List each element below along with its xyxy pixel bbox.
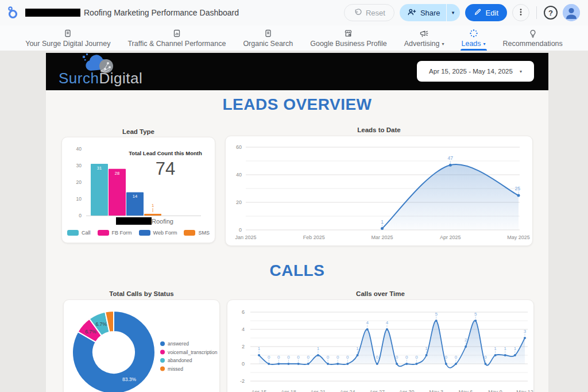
tab-label: Google Business Profile (310, 40, 386, 48)
svg-text:3: 3 (524, 329, 527, 334)
svg-text:May 2025: May 2025 (507, 235, 530, 240)
tab-google-business-profile[interactable]: Google Business Profile (309, 25, 388, 51)
leads-to-date-chart-card[interactable]: 0204060Jan 2025Feb 2025Mar 2025Apr 2025M… (225, 136, 533, 246)
tab-label: Traffic & Channel Performance (127, 40, 226, 48)
svg-text:1: 1 (258, 346, 261, 351)
svg-text:2: 2 (465, 337, 467, 343)
app-topbar: Roofing Marketing Performance Dashboard … (0, 0, 588, 25)
svg-text:1: 1 (425, 346, 428, 351)
date-range-control[interactable]: Apr 15, 2025 - May 14, 2025 ▾ (417, 61, 534, 82)
svg-text:Feb 2025: Feb 2025 (303, 235, 325, 240)
svg-text:answered: answered (168, 341, 189, 347)
report-canvas: SurchDigital Apr 15, 2025 - May 14, 2025… (46, 53, 548, 392)
lightbulb-icon (528, 28, 537, 38)
svg-text:May 9: May 9 (488, 389, 502, 392)
report-chart-icon (172, 28, 181, 38)
svg-text:5: 5 (435, 312, 438, 317)
report-header-band: SurchDigital Apr 15, 2025 - May 14, 2025… (46, 53, 548, 90)
tab-label: Advertising (404, 40, 440, 48)
vertical-dots-icon (516, 7, 525, 18)
surchdigital-logo: SurchDigital (54, 53, 169, 90)
callout-value: 74 (117, 159, 214, 179)
tab-advertising[interactable]: Advertising ▾ (403, 25, 446, 51)
svg-text:40: 40 (76, 146, 82, 152)
megaphone-icon (419, 28, 429, 38)
tab-recommendations[interactable]: Recommendations (502, 25, 564, 51)
lead-type-chart-card[interactable]: 0102030403128141 Total Lead Count this M… (61, 137, 215, 243)
svg-text:5: 5 (474, 312, 477, 317)
tab-organic-search[interactable]: Organic Search (242, 25, 294, 51)
svg-text:0: 0 (79, 213, 82, 218)
svg-text:-2: -2 (240, 378, 245, 384)
tab-leads[interactable]: Leads ▾ (461, 25, 487, 51)
edit-button[interactable]: Edit (465, 4, 507, 21)
more-options-button[interactable] (512, 4, 529, 21)
help-button[interactable]: ? (544, 6, 558, 20)
topbar-divider (536, 6, 537, 19)
svg-text:Jan 2025: Jan 2025 (235, 235, 256, 240)
svg-text:Apr 30: Apr 30 (399, 389, 415, 392)
user-avatar[interactable] (563, 4, 580, 21)
svg-text:0: 0 (327, 355, 330, 360)
report-title: Roofing Marketing Performance Dashboard (84, 8, 239, 17)
svg-text:voicemail_transcription: voicemail_transcription (168, 349, 218, 355)
svg-text:0: 0 (396, 355, 399, 360)
svg-text:6.7%: 6.7% (95, 321, 107, 327)
svg-text:30: 30 (76, 163, 82, 168)
svg-text:Apr 15: Apr 15 (252, 389, 267, 392)
callout-label: Total Lead Count this Month (117, 150, 214, 156)
svg-text:25: 25 (515, 186, 521, 191)
svg-text:6.7%: 6.7% (85, 329, 96, 335)
legend-item: FB Form (98, 230, 132, 236)
x-axis-category: Roofing (87, 217, 202, 225)
chevron-down-icon: ▾ (442, 41, 444, 47)
svg-text:0: 0 (242, 361, 245, 367)
tab-your-surge-digital-journey[interactable]: Your Surge Digital Journey (24, 25, 111, 51)
svg-text:0: 0 (336, 355, 339, 360)
svg-text:10: 10 (76, 196, 82, 202)
svg-text:0: 0 (287, 355, 290, 360)
svg-text:20: 20 (236, 199, 242, 205)
chart-title-leads-to-date: Leads to Date (225, 126, 533, 133)
svg-text:0: 0 (455, 355, 458, 360)
svg-text:Apr 21: Apr 21 (311, 389, 326, 392)
svg-text:0: 0 (405, 355, 408, 360)
calls-by-status-chart-card[interactable]: 83.3%6.7%6.7%answeredvoicemail_transcrip… (63, 299, 220, 392)
reset-label: Reset (366, 9, 385, 17)
undo-icon (353, 7, 362, 18)
x-axis-category-label: Roofing (152, 218, 173, 225)
tab-label: Recommendations (503, 40, 563, 48)
legend-swatch (139, 230, 150, 236)
svg-text:1: 1 (317, 346, 320, 351)
svg-text:0: 0 (484, 355, 487, 360)
svg-text:20: 20 (76, 179, 82, 185)
tab-label: Your Surge Digital Journey (25, 40, 110, 48)
legend-swatch (98, 230, 109, 236)
svg-text:1: 1 (514, 346, 517, 351)
svg-text:83.3%: 83.3% (122, 376, 137, 382)
svg-text:1: 1 (494, 346, 497, 351)
svg-text:0: 0 (445, 355, 448, 360)
calls-over-time-line-chart: -202461000001000140400015002501113Apr 15… (227, 300, 534, 392)
svg-text:40: 40 (236, 172, 242, 178)
calls-over-time-chart-card[interactable]: -202461000001000140400015002501113Apr 15… (227, 299, 534, 392)
redacted-client-name (25, 9, 80, 17)
svg-text:1: 1 (381, 219, 384, 225)
legend-item: Web Form (139, 230, 177, 236)
looker-studio-logo-icon[interactable] (6, 6, 20, 20)
svg-text:Apr 2025: Apr 2025 (440, 235, 461, 240)
total-lead-count-callout: Total Lead Count this Month 74 (117, 150, 214, 179)
svg-text:2: 2 (242, 344, 245, 349)
svg-text:1: 1 (356, 346, 359, 351)
person-add-icon (407, 7, 416, 18)
svg-text:Mar 2025: Mar 2025 (371, 235, 393, 240)
share-button[interactable]: Share (400, 4, 446, 21)
legend-item: Call (67, 230, 91, 236)
share-dropdown-button[interactable]: ▾ (446, 4, 460, 21)
svg-text:0: 0 (268, 355, 270, 360)
svg-text:0: 0 (376, 355, 379, 360)
svg-text:May 3: May 3 (429, 389, 443, 392)
report-stage: SurchDigital Apr 15, 2025 - May 14, 2025… (0, 51, 588, 392)
tab-traffic-channel-performance[interactable]: Traffic & Channel Performance (126, 25, 227, 51)
reset-button[interactable]: Reset (344, 4, 394, 21)
